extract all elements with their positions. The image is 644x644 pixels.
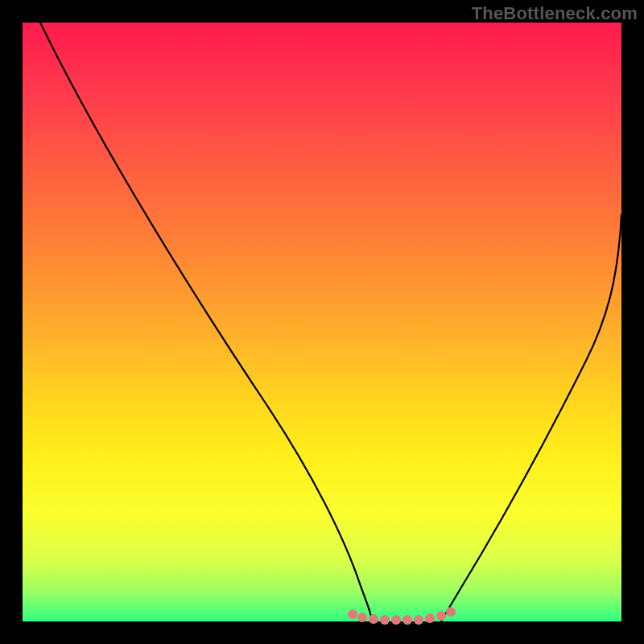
chart-svg <box>23 23 621 621</box>
svg-point-4 <box>391 615 401 625</box>
svg-point-9 <box>446 607 456 617</box>
svg-point-5 <box>402 615 412 625</box>
svg-point-2 <box>369 614 378 624</box>
svg-point-6 <box>414 615 423 625</box>
svg-point-0 <box>348 609 357 619</box>
svg-point-3 <box>380 615 390 625</box>
svg-point-8 <box>436 611 446 621</box>
flat-bottom-markers <box>348 607 456 625</box>
svg-point-7 <box>425 613 435 623</box>
chart-frame: TheBottleneck.com <box>0 0 644 644</box>
svg-point-1 <box>357 613 367 622</box>
right-curve <box>441 214 621 621</box>
watermark-text: TheBottleneck.com <box>472 3 638 24</box>
left-curve <box>40 23 371 621</box>
